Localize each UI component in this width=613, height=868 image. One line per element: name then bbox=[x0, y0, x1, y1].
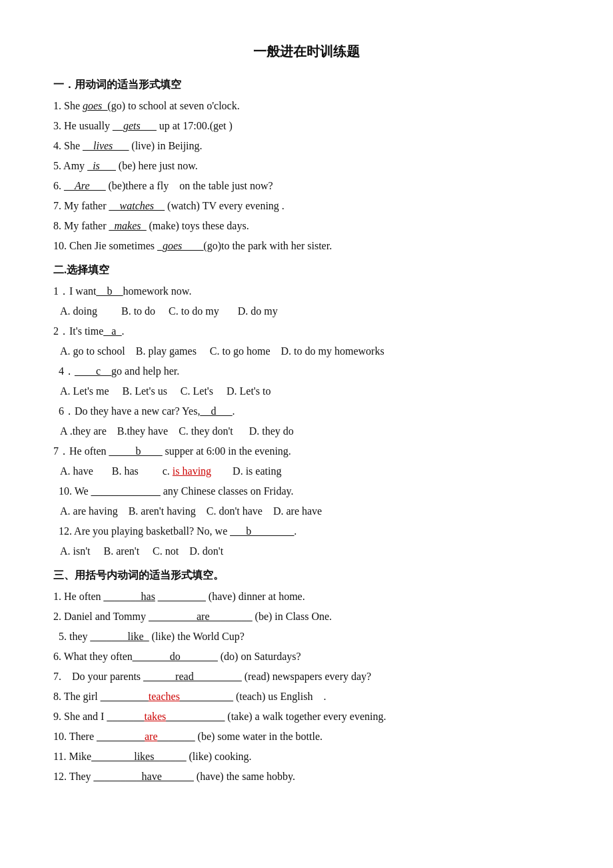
line-1-8: 10. Chen Jie sometimes _goes____(go)to t… bbox=[53, 237, 560, 255]
q2-1: 1．I want__b__homework now. A. doing B. t… bbox=[53, 282, 560, 321]
section-2-heading: 二.选择填空 bbox=[53, 261, 560, 279]
line-1-6: 7. My father __watches__ (watch) TV ever… bbox=[53, 197, 560, 215]
q2-7: 12. Are you playing basketball? No, we _… bbox=[53, 522, 560, 561]
q2-2: 2．It's time_ a_. A. go to school B. play… bbox=[53, 322, 560, 361]
line-1-3: 4. She __lives___ (live) in Beijing. bbox=[53, 137, 560, 155]
section-3: 三、用括号内动词的适当形式填空。 1. He often _______has … bbox=[53, 566, 560, 786]
line-3-3: 5. they _______like_ (like) the World Cu… bbox=[53, 627, 560, 646]
line-3-2: 2. Daniel and Tommy _________are________… bbox=[53, 607, 560, 626]
line-3-4: 6. What they often_______do_______ (do) … bbox=[53, 647, 560, 666]
q2-6: 10. We _____________ any Chinese classes… bbox=[53, 482, 560, 521]
line-3-7: 9. She and I _______takes___________ (ta… bbox=[53, 707, 560, 726]
q2-5: 7．He often _____b____ supper at 6:00 in … bbox=[53, 442, 560, 481]
line-3-8: 10. There _________are_______ (be) some … bbox=[53, 727, 560, 746]
section-1: 一．用动词的适当形式填空 1. She goes_(go) to school … bbox=[53, 75, 560, 255]
line-1-5: 6. __Are___ (be)there a fly on the table… bbox=[53, 177, 560, 195]
q2-4: 6．Do they have a new car? Yes,__d___. A … bbox=[53, 402, 560, 441]
section-3-heading: 三、用括号内动词的适当形式填空。 bbox=[53, 566, 560, 585]
section-1-heading: 一．用动词的适当形式填空 bbox=[53, 75, 560, 94]
section-2: 二.选择填空 1．I want__b__homework now. A. doi… bbox=[53, 261, 560, 561]
line-1-4: 5. Amy _is___ (be) here just now. bbox=[53, 157, 560, 175]
q2-3: 4．____c__go and help her. A. Let's me B.… bbox=[53, 362, 560, 401]
line-1-2: 3. He usually __gets___ up at 17:00.(get… bbox=[53, 117, 560, 135]
line-3-9: 11. Mike________likes______ (like) cooki… bbox=[53, 747, 560, 766]
line-3-5: 7. Do your parents ______read_________ (… bbox=[53, 667, 560, 686]
page-title: 一般进在时训练题 bbox=[53, 40, 560, 63]
line-3-10: 12. They _________have______ (have) the … bbox=[53, 767, 560, 786]
line-3-6: 8. The girl _________teaches__________ (… bbox=[53, 687, 560, 706]
line-3-1: 1. He often _______has _________ (have) … bbox=[53, 587, 560, 606]
line-1-7: 8. My father _makes_ (make) toys these d… bbox=[53, 217, 560, 235]
line-1-1: 1. She goes_(go) to school at seven o'cl… bbox=[53, 97, 560, 115]
